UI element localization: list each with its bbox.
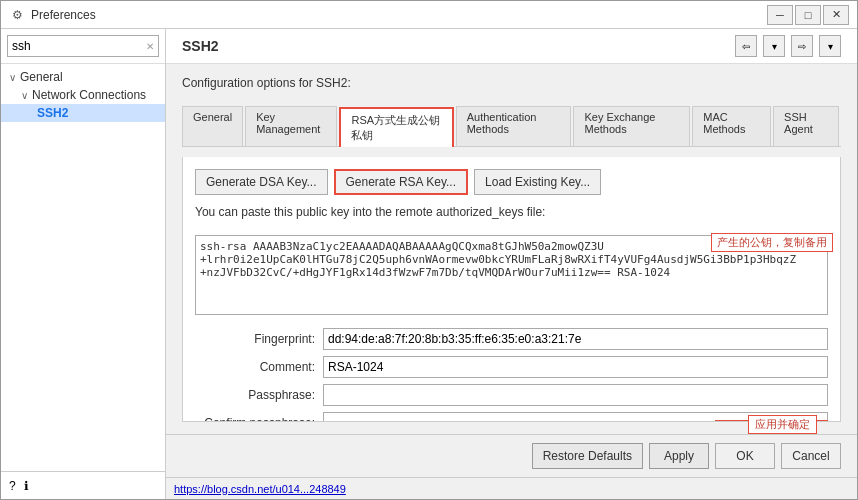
restore-defaults-button[interactable]: Restore Defaults [532,443,643,469]
help-icon[interactable]: ? [9,479,16,493]
tab-content-area: Generate DSA Key... Generate RSA Key... … [182,157,841,422]
search-input[interactable] [12,39,146,53]
apply-button[interactable]: Apply [649,443,709,469]
comment-row: Comment: [195,356,828,378]
ok-button[interactable]: OK [715,443,775,469]
config-label: Configuration options for SSH2: [182,76,841,90]
cancel-button[interactable]: Cancel [781,443,841,469]
sidebar-tree: ∨ General ∨ Network Connections SSH2 [1,64,165,471]
generate-rsa-button[interactable]: Generate RSA Key... [334,169,469,195]
fingerprint-input[interactable] [323,328,828,350]
tab-ssh-agent[interactable]: SSH Agent [773,106,839,146]
search-wrapper: ✕ [7,35,159,57]
sidebar-item-ssh2[interactable]: SSH2 [1,104,165,122]
tab-bar: General Key Management RSA方式生成公钥私钥 Authe… [182,106,841,147]
dialog-footer: 应用并确定 Restore Defaults Apply OK Cancel [166,434,857,477]
preferences-window: ⚙ Preferences ─ □ ✕ ✕ ∨ General [0,0,858,500]
title-bar: ⚙ Preferences ─ □ ✕ [1,1,857,29]
passphrase-input[interactable] [323,384,828,406]
expand-arrow: ∨ [9,72,16,83]
back-button[interactable]: ⇦ [735,35,757,57]
window-controls: ─ □ ✕ [767,5,849,25]
window-title: Preferences [31,8,761,22]
close-button[interactable]: ✕ [823,5,849,25]
status-url: https://blog.csdn.net/u014...248849 [174,483,346,495]
tab-key-management[interactable]: Key Management [245,106,337,146]
main-layout: ✕ ∨ General ∨ Network Connections SSH2 ?… [1,29,857,499]
fingerprint-label: Fingerprint: [195,332,315,346]
dropdown-button[interactable]: ▾ [763,35,785,57]
menu-button[interactable]: ▾ [819,35,841,57]
paste-info: You can paste this public key into the r… [195,205,828,219]
public-key-annotation: 产生的公钥，复制备用 [711,233,833,252]
passphrase-label: Passphrase: [195,388,315,402]
tab-key-exchange[interactable]: Key Exchange Methods [573,106,690,146]
info-icon[interactable]: ℹ [24,479,29,493]
status-bar[interactable]: https://blog.csdn.net/u014...248849 [166,477,857,499]
passphrase-row: Passphrase: [195,384,828,406]
form-fields: Fingerprint: Comment: Passphrase: C [195,328,828,422]
sidebar-bottom: ? ℹ [1,471,165,499]
content-header: SSH2 ⇦ ▾ ⇨ ▾ [166,29,857,64]
fingerprint-row: Fingerprint: [195,328,828,350]
sidebar-item-label: SSH2 [37,106,68,120]
sidebar-item-general[interactable]: ∨ General [1,68,165,86]
content-body: Configuration options for SSH2: General … [166,64,857,434]
tab-rsa[interactable]: RSA方式生成公钥私钥 [339,107,453,147]
search-box: ✕ [1,29,165,64]
header-actions: ⇦ ▾ ⇨ ▾ [735,35,841,57]
apply-annotation: 应用并确定 [748,415,817,434]
sidebar-item-label: Network Connections [32,88,146,102]
comment-label: Comment: [195,360,315,374]
expand-arrow: ∨ [21,90,28,101]
tab-auth-methods[interactable]: Authentication Methods [456,106,572,146]
action-buttons-row: Generate DSA Key... Generate RSA Key... … [195,169,828,195]
tab-general[interactable]: General [182,106,243,146]
window-icon: ⚙ [9,7,25,23]
tab-mac-methods[interactable]: MAC Methods [692,106,771,146]
search-clear-icon[interactable]: ✕ [146,41,154,52]
sidebar-item-label: General [20,70,63,84]
content-area: SSH2 ⇦ ▾ ⇨ ▾ Configuration options for S… [166,29,857,499]
forward-button[interactable]: ⇨ [791,35,813,57]
minimize-button[interactable]: ─ [767,5,793,25]
sidebar: ✕ ∨ General ∨ Network Connections SSH2 ?… [1,29,166,499]
maximize-button[interactable]: □ [795,5,821,25]
sidebar-item-network-connections[interactable]: ∨ Network Connections [1,86,165,104]
comment-input[interactable] [323,356,828,378]
confirm-passphrase-label: Confirm passphrase: [195,416,315,422]
load-existing-key-button[interactable]: Load Existing Key... [474,169,601,195]
public-key-section: 产生的公钥，复制备用 ssh-rsa AAAAB3NzaC1yc2EAAAADA… [195,235,828,318]
generate-dsa-button[interactable]: Generate DSA Key... [195,169,328,195]
content-title: SSH2 [182,38,219,54]
